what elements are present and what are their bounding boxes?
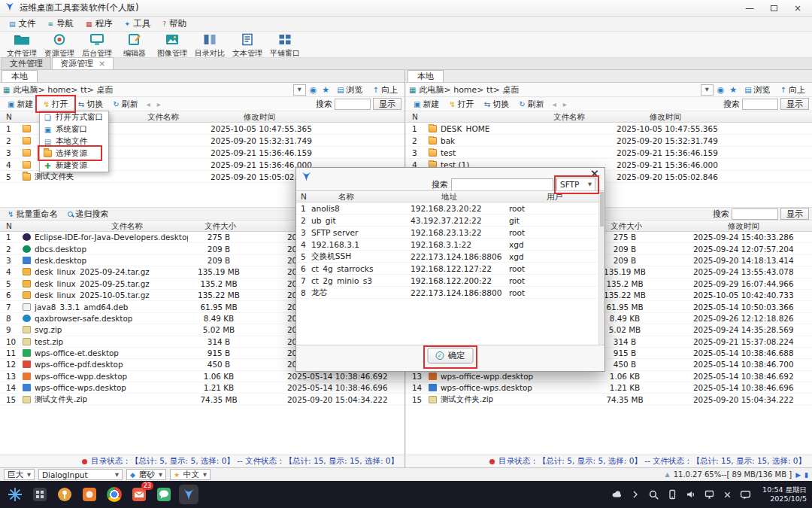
file-row[interactable]: 15 测试文件夹.zip 74.35 MB 2025-09-20 15:04:3… bbox=[406, 394, 812, 405]
security-key-icon[interactable] bbox=[55, 485, 74, 504]
dialog-scrollbar[interactable] bbox=[598, 191, 604, 345]
menu-item-open-mode-window[interactable]: ❏打开方式窗口 bbox=[40, 111, 108, 123]
back-arrow[interactable]: ◂ bbox=[144, 100, 153, 108]
menu-file[interactable]: ▤文件 bbox=[3, 17, 42, 30]
browse-button[interactable]: ▤浏览 bbox=[741, 84, 774, 96]
app-grid-icon[interactable] bbox=[30, 485, 50, 504]
file-row[interactable]: 14 wps-office-wps.desktop 1.21 KB 2025-0… bbox=[406, 382, 812, 394]
resource-row[interactable]: 1 anolis8 192.168.23.20:22 root bbox=[296, 202, 604, 214]
mute-cross-icon[interactable] bbox=[723, 490, 732, 500]
file-row[interactable]: 13 wps-office-wpp.desktop 1.06 KB 2025-0… bbox=[406, 371, 812, 382]
toolbar-dir-compare[interactable]: 目录对比 bbox=[191, 32, 229, 59]
file-row[interactable]: 14 wps-office-wps.desktop 1.21 KB 2025-0… bbox=[0, 382, 404, 394]
up-button[interactable]: ↑向上 bbox=[369, 84, 401, 96]
maximize-button[interactable] bbox=[764, 2, 783, 15]
resource-row[interactable]: 3 SFTP server 192.168.23.13:22 root bbox=[296, 227, 604, 239]
file-row[interactable]: 13 wps-office-wpp.desktop 1.06 KB 2025-0… bbox=[0, 371, 404, 382]
back-arrow[interactable]: ◂ bbox=[550, 100, 559, 108]
breadcrumb[interactable]: 此电脑> home> tt> 桌面 bbox=[419, 84, 519, 96]
switch-button[interactable]: ⇆切换 bbox=[480, 98, 514, 111]
toolbar-editor[interactable]: 编辑器 bbox=[116, 32, 153, 59]
new-button[interactable]: ▣新建 bbox=[3, 98, 38, 111]
help-menu-icon: ? bbox=[162, 20, 166, 28]
scrollbar-thumb[interactable] bbox=[600, 192, 604, 227]
toolbar-image-manage[interactable]: 图像管理 bbox=[153, 32, 191, 59]
resource-row[interactable]: 5 交换机SSH 222.173.124.186:8806 xgd bbox=[296, 251, 604, 263]
resource-row[interactable]: 6 ct_4g_starrocks 192.168.122.127:22 roo… bbox=[296, 263, 604, 275]
message-bubble-icon[interactable] bbox=[740, 489, 751, 500]
locate-icon-button[interactable]: ◉ bbox=[308, 85, 319, 95]
left-tab-local[interactable]: 本地 bbox=[2, 70, 38, 82]
refresh-button[interactable]: ↻刷新 bbox=[514, 98, 548, 111]
dir-row[interactable]: 1 DESK_HOME 2025-10-05 10:47:55.365 bbox=[406, 123, 812, 135]
path-dropdown-button[interactable]: ▼ bbox=[293, 84, 306, 96]
show-button[interactable]: 显示 bbox=[780, 98, 809, 110]
menu-item-new-resource[interactable]: ✚新建资源 bbox=[40, 160, 108, 172]
launcher-icon[interactable] bbox=[5, 485, 25, 504]
forward-arrow[interactable]: ▸ bbox=[154, 100, 164, 108]
menu-programs[interactable]: ▦程序 bbox=[80, 17, 119, 30]
show-button[interactable]: 显示 bbox=[373, 98, 401, 110]
refresh-button[interactable]: ↻刷新 bbox=[108, 98, 142, 111]
toolbar-backend-manage[interactable]: 后台管理 bbox=[78, 32, 116, 59]
toolbar-tile-windows[interactable]: 平铺窗口 bbox=[266, 32, 304, 59]
toolbar-file-manage[interactable]: 文件管理 bbox=[3, 32, 41, 59]
resource-row[interactable]: 8 龙芯 222.173.124.186:8800 root bbox=[296, 287, 604, 299]
taskbar-app-bird-icon[interactable] bbox=[179, 485, 198, 504]
dialog-search-input[interactable] bbox=[451, 178, 553, 191]
file-search-input[interactable] bbox=[732, 208, 778, 220]
phone-icon[interactable] bbox=[667, 489, 677, 500]
resource-row[interactable]: 2 ub_git 43.192.37.212:22 git bbox=[296, 214, 604, 227]
mail-icon[interactable]: 23 bbox=[129, 485, 149, 504]
orange-app-icon[interactable] bbox=[80, 485, 99, 504]
up-button[interactable]: ↑向上 bbox=[777, 84, 809, 96]
new-button[interactable]: ▣新建 bbox=[409, 98, 444, 111]
favorite-icon-button[interactable]: ★ bbox=[728, 85, 738, 95]
dir-row[interactable]: 3 test 2025-09-21 15:36:46.159 bbox=[406, 147, 812, 159]
tab-resource-manage[interactable]: 资源管理× bbox=[52, 57, 114, 69]
open-button[interactable]: ↯打开 bbox=[444, 98, 478, 111]
run-gc-button[interactable]: ▶ bbox=[795, 471, 801, 479]
search-tray-icon[interactable] bbox=[648, 489, 659, 500]
search-input[interactable] bbox=[742, 99, 778, 110]
resource-row[interactable]: 7 ct_2g_minio_s3 192.168.122.200:22 root bbox=[296, 275, 604, 287]
search-input[interactable] bbox=[335, 99, 371, 110]
file-row[interactable]: 15 测试文件夹.zip 74.35 MB 2025-09-20 15:04:3… bbox=[0, 394, 404, 405]
minimize-button[interactable]: — bbox=[740, 2, 759, 15]
language-select[interactable]: ★中文▼ bbox=[170, 469, 211, 480]
switch-button[interactable]: ⇆切换 bbox=[74, 98, 108, 111]
tab-file-manage[interactable]: 文件管理 bbox=[2, 57, 51, 69]
theme-select[interactable]: ◆磨砂▼ bbox=[126, 469, 166, 480]
toolbar-resource-manage[interactable]: 资源管理 bbox=[41, 32, 78, 59]
network-display-icon[interactable] bbox=[704, 489, 715, 500]
forward-arrow[interactable]: ▸ bbox=[560, 100, 570, 108]
menu-tools[interactable]: ✦工具 bbox=[119, 17, 157, 30]
menu-navigate[interactable]: ≡导航 bbox=[42, 17, 80, 30]
computer-icon: ▦ bbox=[409, 86, 416, 94]
menu-item-system-window[interactable]: ▣系统窗口 bbox=[40, 123, 108, 135]
close-button[interactable]: × bbox=[788, 2, 807, 15]
batch-rename-button[interactable]: ↯批量重命名 bbox=[3, 208, 62, 221]
chat-app-icon[interactable] bbox=[154, 485, 174, 504]
favorite-icon-button[interactable]: ★ bbox=[320, 85, 331, 95]
browser-icon[interactable] bbox=[105, 485, 124, 504]
font-name-select[interactable]: DialogInput▼ bbox=[38, 469, 123, 480]
volume-icon[interactable] bbox=[685, 489, 696, 500]
clock[interactable]: 10:54 星期日 2025/10/5 bbox=[762, 485, 807, 504]
breadcrumb[interactable]: 此电脑> home> tt> 桌面 bbox=[13, 84, 113, 96]
font-size-select[interactable]: 巨大▼ bbox=[4, 469, 35, 480]
show-button[interactable]: 显示 bbox=[780, 208, 809, 220]
browse-button[interactable]: ▤浏览 bbox=[333, 84, 366, 96]
locate-icon-button[interactable]: ◉ bbox=[716, 85, 726, 95]
tray-expand-chevron-icon[interactable] bbox=[630, 489, 641, 500]
tab-close-icon[interactable]: × bbox=[98, 59, 105, 68]
path-dropdown-button[interactable]: ▼ bbox=[701, 84, 714, 96]
dir-row[interactable]: 2 bak 2025-09-20 15:32:31.749 bbox=[406, 135, 812, 147]
cloud-icon[interactable] bbox=[611, 489, 623, 500]
recursive-search-button[interactable]: 递归搜索 bbox=[63, 208, 113, 221]
toolbar-text-manage[interactable]: 文本管理 bbox=[229, 32, 266, 59]
right-tab-local[interactable]: 本地 bbox=[408, 70, 444, 82]
stop-button[interactable]: ▮ bbox=[804, 471, 808, 479]
menu-help[interactable]: ?帮助 bbox=[156, 17, 192, 30]
resource-row[interactable]: 4 192.168.3.1 192.168.3.1:22 xgd bbox=[296, 239, 604, 251]
